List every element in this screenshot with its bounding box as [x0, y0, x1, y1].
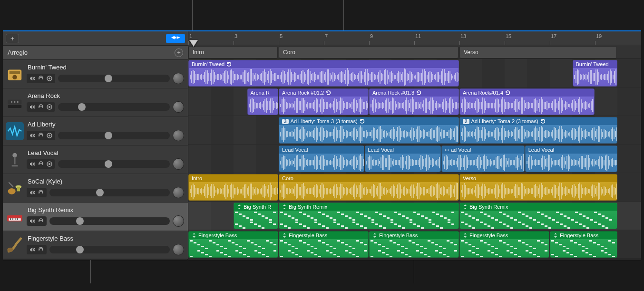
mute-button[interactable]	[29, 75, 36, 82]
mute-button[interactable]	[29, 246, 36, 253]
track-name-label: SoCal (Kyle)	[27, 178, 184, 185]
track-header[interactable]: Burnin' Tweed	[3, 60, 188, 88]
region[interactable]: 3Ad Liberty: Toma 3 (3 tomas)	[279, 117, 459, 144]
track-header[interactable]: Ad Liberty	[3, 117, 188, 146]
pan-knob[interactable]	[173, 130, 184, 141]
mute-button[interactable]	[29, 160, 36, 168]
input-monitor-button[interactable]	[46, 132, 53, 139]
region-label: Arena Rock #01.3	[372, 90, 414, 96]
region[interactable]: Fingerstyle Bass	[188, 231, 278, 258]
input-monitor-button[interactable]	[46, 103, 53, 111]
solo-button[interactable]	[37, 132, 45, 139]
solo-button[interactable]	[37, 246, 45, 253]
region[interactable]: Arena Rock #01.3	[369, 88, 459, 115]
callout-line	[414, 260, 414, 283]
region[interactable]: Intro	[188, 174, 278, 201]
volume-slider[interactable]	[49, 246, 170, 253]
track-lane[interactable]: Arena R Arena Rock #01.2 Arena Rock #01.…	[188, 87, 641, 116]
region[interactable]: Verso	[459, 174, 617, 201]
region[interactable]: Big Synth Remix	[279, 203, 459, 229]
region[interactable]: 2Ad Liberty: Toma 2 (3 tomas)	[459, 117, 617, 144]
pan-knob[interactable]	[173, 215, 184, 227]
catch-playhead-button[interactable]	[166, 34, 185, 43]
solo-button[interactable]	[37, 217, 45, 225]
mute-button[interactable]	[29, 103, 36, 111]
track-instrument-icon[interactable]	[3, 88, 27, 116]
region[interactable]: Lead Vocal	[525, 146, 617, 172]
mute-button[interactable]	[29, 189, 36, 196]
svg-rect-35	[10, 218, 11, 220]
track-instrument-icon[interactable]	[3, 174, 27, 202]
pan-knob[interactable]	[173, 244, 184, 255]
track-header[interactable]: Lead Vocal	[3, 146, 188, 174]
track-instrument-icon[interactable]	[3, 60, 27, 88]
solo-button[interactable]	[37, 189, 45, 196]
arrangement-markers-lane[interactable]: IntroCoroVerso	[188, 45, 641, 59]
pan-knob[interactable]	[173, 187, 184, 198]
mute-button[interactable]	[29, 132, 36, 139]
region[interactable]: Lead Vocal	[279, 146, 364, 172]
solo-button[interactable]	[37, 160, 45, 168]
arrangement-track-header[interactable]: Arreglo +	[3, 46, 188, 60]
track-header[interactable]: Big Synth Remix	[3, 203, 188, 231]
input-monitor-button[interactable]	[46, 160, 53, 168]
track-lane[interactable]: Fingerstyle Bass Fingerstyle Bass Finger…	[188, 230, 641, 259]
track-header[interactable]: SoCal (Kyle)	[3, 174, 188, 203]
track-header[interactable]: Fingerstyle Bass	[3, 231, 188, 259]
playhead[interactable]	[189, 40, 198, 47]
region[interactable]: Fingerstyle Bass	[369, 231, 459, 258]
pan-knob[interactable]	[173, 101, 184, 113]
svg-point-20	[49, 135, 50, 136]
track-header[interactable]: Arena Rock	[3, 88, 188, 117]
region[interactable]: Arena Rock#01.4	[459, 88, 595, 115]
region-lanes[interactable]: Burnin' Tweed Burnin' Tweed Arena R Aren…	[188, 59, 641, 259]
track-instrument-icon[interactable]	[3, 117, 27, 145]
bar-ruler[interactable]: 135791113151719	[188, 31, 641, 45]
region[interactable]: Big Synth Remix	[459, 203, 617, 229]
region-content	[279, 211, 459, 229]
track-name-label: Arena Rock	[27, 92, 184, 99]
volume-slider[interactable]	[58, 160, 170, 168]
track-instrument-icon[interactable]	[3, 203, 27, 231]
callout-line	[90, 260, 91, 283]
region[interactable]: Coro	[279, 174, 459, 201]
region-label: Ad Liberty: Toma 2 (3 tomas)	[471, 118, 538, 124]
mute-button[interactable]	[29, 217, 36, 225]
add-track-button[interactable]: +	[6, 34, 19, 43]
track-lane[interactable]: Lead Vocal Lead Vocal ⇹ad Vocal Lead Voc…	[188, 145, 641, 173]
volume-slider[interactable]	[49, 217, 170, 225]
region-content	[370, 97, 459, 115]
solo-button[interactable]	[37, 103, 45, 111]
arrangement-marker[interactable]: Coro	[279, 46, 459, 58]
region[interactable]: Fingerstyle Bass	[279, 231, 369, 258]
solo-button[interactable]	[37, 75, 45, 82]
region[interactable]: Big Synth R	[234, 203, 278, 229]
region[interactable]: Arena Rock #01.2	[279, 88, 369, 115]
region[interactable]: Arena R	[247, 88, 279, 115]
arrangement-marker[interactable]: Intro	[188, 46, 278, 58]
track-instrument-icon[interactable]	[3, 231, 27, 259]
region[interactable]: Lead Vocal	[365, 146, 441, 172]
region[interactable]: Burnin' Tweed	[573, 60, 617, 87]
add-arrangement-marker-button[interactable]: +	[175, 48, 183, 57]
region[interactable]: Fingerstyle Bass	[459, 231, 549, 258]
region[interactable]: Burnin' Tweed	[188, 60, 459, 87]
track-lane[interactable]: Big Synth R Big Synth Remix Big Synth Re…	[188, 202, 641, 230]
region[interactable]: ⇹ad Vocal	[441, 146, 525, 172]
pan-knob[interactable]	[173, 73, 184, 84]
input-monitor-button[interactable]	[46, 75, 53, 82]
svg-point-9	[11, 101, 12, 102]
volume-slider[interactable]	[58, 103, 170, 111]
track-lane[interactable]: 3Ad Liberty: Toma 3 (3 tomas) 2Ad Libert…	[188, 116, 641, 145]
track-lane[interactable]: Burnin' Tweed Burnin' Tweed	[188, 59, 641, 87]
volume-slider[interactable]	[49, 189, 170, 196]
volume-slider[interactable]	[58, 132, 170, 139]
pan-knob[interactable]	[173, 158, 184, 170]
volume-slider[interactable]	[58, 75, 170, 82]
track-instrument-icon[interactable]	[3, 146, 27, 174]
region-content	[189, 68, 459, 86]
callout-line	[188, 260, 641, 260]
track-lane[interactable]: Intro Coro Verso	[188, 173, 641, 202]
arrangement-marker[interactable]: Verso	[459, 46, 617, 58]
region[interactable]: Fingerstyle Bass	[550, 231, 617, 258]
